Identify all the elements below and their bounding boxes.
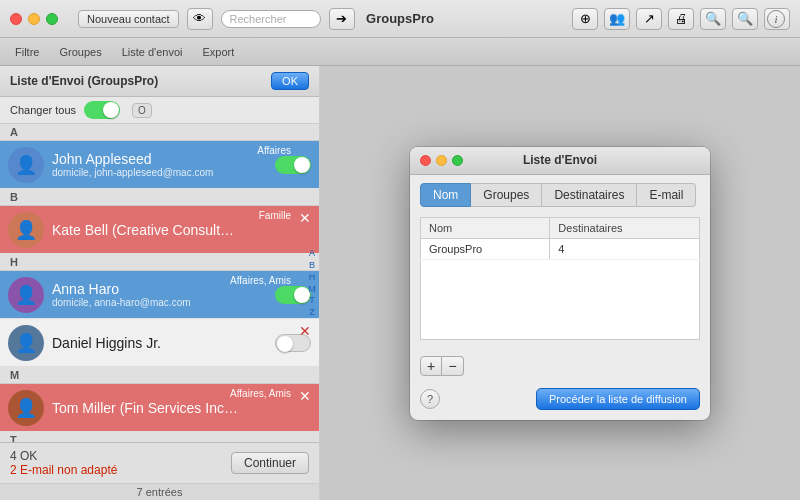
new-contact-button[interactable]: Nouveau contact xyxy=(78,10,179,28)
dialog: Liste d'Envoi Nom Groupes Destinataires … xyxy=(410,147,710,420)
avatar-daniel: 👤 xyxy=(8,325,44,361)
bottom-bar: 4 OK 2 E-mail non adapté Continuer xyxy=(0,442,319,483)
section-m: M xyxy=(0,367,319,384)
dialog-table: Nom Destinataires GroupsPro 4 xyxy=(420,217,700,260)
contact-info-daniel: Daniel Higgins Jr. xyxy=(52,335,269,351)
changer-tous-label: Changer tous xyxy=(10,104,76,116)
tag-anna: Affaires, Amis xyxy=(230,281,269,286)
index-h[interactable]: H xyxy=(309,272,316,283)
minimize-button[interactable] xyxy=(28,13,40,25)
avatar-tom: 👤 xyxy=(8,390,44,426)
sub-anna: domicile, anna-haro@mac.com xyxy=(52,297,269,308)
contact-tom-miller[interactable]: 👤 Affaires, Amis Tom Miller (Fin Service… xyxy=(0,384,319,432)
name-kate: Kate Bell (Creative Consult… xyxy=(52,222,311,238)
maximize-button[interactable] xyxy=(46,13,58,25)
contact-anna-haro[interactable]: 👤 Affaires, Amis Anna Haro domicile, ann… xyxy=(0,271,319,319)
cell-nom: GroupsPro xyxy=(421,238,550,259)
table-row[interactable]: GroupsPro 4 xyxy=(421,238,700,259)
contact-info-john: Affaires John Appleseed domicile, john-a… xyxy=(52,151,269,178)
toggle-all-on[interactable] xyxy=(84,101,120,119)
sub-john: domicile, john-appleseed@mac.com xyxy=(52,167,269,178)
tab-destinataires[interactable]: Destinataires xyxy=(542,183,637,207)
remove-button[interactable]: − xyxy=(442,356,464,376)
search-input[interactable]: Rechercher xyxy=(221,10,321,28)
eye-icon[interactable]: 👁 xyxy=(187,8,213,30)
right-panel: Liste d'Envoi Nom Groupes Destinataires … xyxy=(320,66,800,500)
contact-john-appleseed[interactable]: 👤 Affaires John Appleseed domicile, john… xyxy=(0,141,319,189)
liste-envoi-menu-item[interactable]: Liste d'envoi xyxy=(122,46,183,58)
changer-tous-bar: Changer tous O xyxy=(0,97,319,124)
dialog-minimize-button[interactable] xyxy=(436,155,447,166)
main-content: Liste d'Envoi (GroupsPro) OK Changer tou… xyxy=(0,66,800,500)
app-window: Nouveau contact 👁 Rechercher ➔ GroupsPro… xyxy=(0,0,800,500)
contact-info-tom: Affaires, Amis Tom Miller (Fin Services … xyxy=(52,400,311,416)
contact-info-anna: Affaires, Amis Anna Haro domicile, anna-… xyxy=(52,281,269,308)
dialog-maximize-button[interactable] xyxy=(452,155,463,166)
index-m[interactable]: M xyxy=(308,284,316,295)
entries-bar: 7 entrées xyxy=(0,483,319,500)
index-b[interactable]: B xyxy=(309,260,315,271)
search2-icon[interactable]: 🔍 xyxy=(700,8,726,30)
ok-button[interactable]: OK xyxy=(271,72,309,90)
status-area: 4 OK 2 E-mail non adapté xyxy=(10,449,117,477)
dialog-title-bar: Liste d'Envoi xyxy=(410,147,710,175)
section-b: B xyxy=(0,189,319,206)
avatar-john: 👤 xyxy=(8,147,44,183)
panel-title: Liste d'Envoi (GroupsPro) xyxy=(10,74,158,88)
arrow-right-icon[interactable]: ➔ xyxy=(329,8,355,30)
letter-index: A B H M T Z xyxy=(305,66,319,500)
section-t: T xyxy=(0,432,319,442)
share-icon[interactable]: ↗ xyxy=(636,8,662,30)
cell-dest: 4 xyxy=(550,238,700,259)
section-a: A xyxy=(0,124,319,141)
contact-info-kate: Famille Kate Bell (Creative Consult… xyxy=(52,222,311,238)
index-a[interactable]: A xyxy=(309,248,315,259)
tab-email[interactable]: E-mail xyxy=(637,183,696,207)
tab-groupes[interactable]: Groupes xyxy=(471,183,542,207)
contact-kate-bell[interactable]: 👤 Famille Kate Bell (Creative Consult… ✕ xyxy=(0,206,319,254)
left-panel-header: Liste d'Envoi (GroupsPro) OK xyxy=(0,66,319,97)
status-err: 2 E-mail non adapté xyxy=(10,463,117,477)
contact-daniel-higgins[interactable]: 👤 Daniel Higgins Jr. ✕ xyxy=(0,319,319,367)
section-h: H xyxy=(0,254,319,271)
traffic-lights xyxy=(10,13,58,25)
filtre-menu-item[interactable]: Filtre xyxy=(15,46,39,58)
title-bar: Nouveau contact 👁 Rechercher ➔ GroupsPro… xyxy=(0,0,800,38)
name-tom: Tom Miller (Fin Services Inc… xyxy=(52,400,311,416)
avatar-kate: 👤 xyxy=(8,212,44,248)
dialog-close-button[interactable] xyxy=(420,155,431,166)
index-z[interactable]: Z xyxy=(309,307,315,318)
plus-minus-group: + − xyxy=(420,356,464,376)
export-menu-item[interactable]: Export xyxy=(202,46,234,58)
person-icon[interactable]: 👥 xyxy=(604,8,630,30)
dialog-tabs: Nom Groupes Destinataires E-mail xyxy=(410,175,710,207)
avatar-anna: 👤 xyxy=(8,277,44,313)
app-title: GroupsPro xyxy=(366,11,434,26)
toggle-all-off[interactable]: O xyxy=(132,103,152,118)
search3-icon[interactable]: 🔍 xyxy=(732,8,758,30)
dialog-footer: ? Procéder la liste de diffusion xyxy=(410,382,710,420)
info-button[interactable]: i xyxy=(767,10,785,28)
col-dest-header: Destinataires xyxy=(550,217,700,238)
groupes-menu-item[interactable]: Groupes xyxy=(59,46,101,58)
diffusion-button[interactable]: Procéder la liste de diffusion xyxy=(536,388,700,410)
toolbar-right: ⊕ 👥 ↗ 🖨 🔍 🔍 ⚙ i xyxy=(572,8,790,30)
toolbar2: Filtre Groupes Liste d'envoi Export xyxy=(0,38,800,66)
tag-john: Affaires xyxy=(257,151,269,156)
name-john: John Appleseed xyxy=(52,151,269,167)
dialog-title: Liste d'Envoi xyxy=(523,153,597,167)
empty-area xyxy=(420,260,700,340)
help-button[interactable]: ? xyxy=(420,389,440,409)
add-button[interactable]: + xyxy=(420,356,442,376)
print-icon[interactable]: 🖨 xyxy=(668,8,694,30)
close-button[interactable] xyxy=(10,13,22,25)
left-panel: Liste d'Envoi (GroupsPro) OK Changer tou… xyxy=(0,66,320,500)
contacts-list: A 👤 Affaires John Appleseed domicile, jo… xyxy=(0,124,319,442)
tab-nom[interactable]: Nom xyxy=(420,183,471,207)
group-icon[interactable]: ⊕ xyxy=(572,8,598,30)
index-t[interactable]: T xyxy=(309,295,315,306)
toolbar-left: Nouveau contact 👁 Rechercher ➔ xyxy=(78,8,355,30)
status-ok: 4 OK xyxy=(10,449,117,463)
dialog-body: Nom Destinataires GroupsPro 4 xyxy=(410,207,710,350)
continuer-button[interactable]: Continuer xyxy=(231,452,309,474)
